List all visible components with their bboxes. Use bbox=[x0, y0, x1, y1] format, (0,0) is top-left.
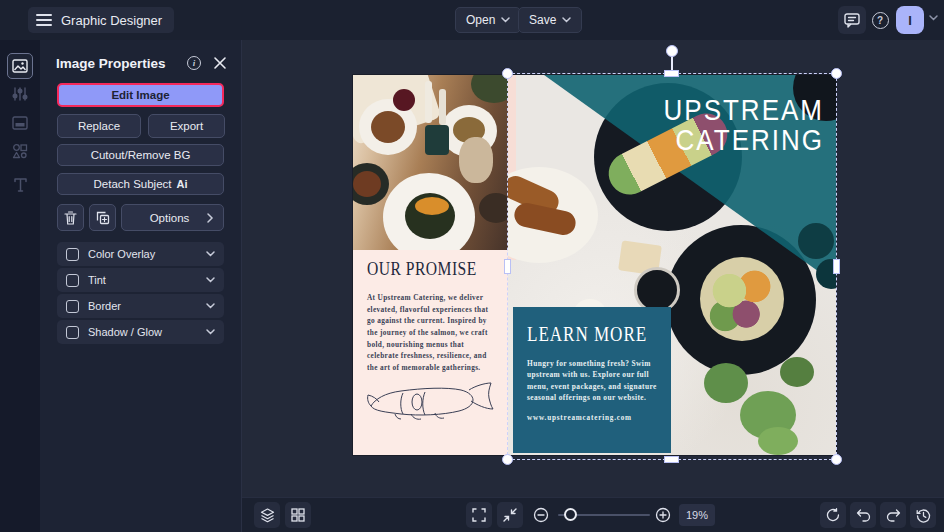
design-canvas[interactable]: OUR PROMISE At Upstream Catering, we del… bbox=[242, 40, 944, 497]
toggle-row-shadow-glow[interactable]: Shadow / Glow bbox=[57, 320, 224, 344]
promise-title: OUR PROMISE bbox=[367, 258, 485, 280]
chevron-down-icon[interactable] bbox=[206, 277, 215, 283]
edit-image-button[interactable]: Edit Image bbox=[57, 83, 224, 107]
handle-top-center[interactable] bbox=[664, 70, 679, 77]
website-url: www.upstreamcatering.com bbox=[527, 414, 659, 422]
chevron-down-icon[interactable] bbox=[206, 251, 215, 257]
handle-bottom-right[interactable] bbox=[831, 454, 842, 465]
learn-more-title: LEARN MORE bbox=[527, 323, 652, 347]
close-icon bbox=[214, 57, 226, 69]
handle-bottom-center[interactable] bbox=[664, 456, 679, 463]
tint-label: Tint bbox=[88, 274, 206, 286]
brand-title[interactable]: UPSTREAM CATERING bbox=[664, 95, 824, 156]
chevron-down-icon[interactable] bbox=[206, 329, 215, 335]
undo-button[interactable] bbox=[850, 502, 876, 528]
fullscreen-button[interactable] bbox=[466, 502, 492, 528]
zoom-slider-knob[interactable] bbox=[564, 508, 577, 521]
redo-button[interactable] bbox=[880, 502, 906, 528]
handle-bottom-left[interactable] bbox=[502, 454, 513, 465]
sidebar-item-shapes[interactable] bbox=[7, 138, 33, 164]
grid-icon bbox=[291, 508, 305, 522]
graphic-designer-app: Graphic Designer Open Save ? I bbox=[0, 0, 944, 532]
chevron-down-icon[interactable] bbox=[206, 303, 215, 309]
replace-label: Replace bbox=[78, 120, 120, 132]
shadow-glow-checkbox[interactable] bbox=[66, 326, 79, 339]
feedback-button[interactable] bbox=[838, 6, 866, 34]
delete-button[interactable] bbox=[57, 204, 84, 231]
options-button[interactable]: Options bbox=[121, 204, 224, 231]
edit-image-label: Edit Image bbox=[111, 89, 169, 101]
cutout-remove-bg-button[interactable]: Cutout/Remove BG bbox=[57, 144, 224, 166]
panel-header: Image Properties i bbox=[56, 54, 229, 72]
avatar[interactable]: I bbox=[896, 6, 924, 34]
learn-more-block[interactable]: LEARN MORE Hungry for something fresh? S… bbox=[513, 307, 671, 453]
border-checkbox[interactable] bbox=[66, 300, 79, 313]
redo-icon bbox=[886, 509, 901, 521]
flyer-artboard[interactable]: OUR PROMISE At Upstream Catering, we del… bbox=[353, 75, 836, 455]
history-button[interactable] bbox=[910, 502, 936, 528]
detach-subject-label: Detach Subject bbox=[94, 178, 172, 190]
help-button[interactable]: ? bbox=[866, 6, 894, 34]
handle-left-center[interactable] bbox=[504, 259, 511, 274]
fit-to-screen-button[interactable] bbox=[497, 502, 523, 528]
sidebar-item-text[interactable] bbox=[7, 171, 33, 197]
refresh-icon bbox=[826, 508, 840, 522]
info-icon: i bbox=[187, 56, 201, 70]
layers-icon bbox=[260, 508, 275, 523]
handle-right-center[interactable] bbox=[833, 259, 840, 274]
history-icon bbox=[916, 508, 931, 523]
rotate-handle[interactable] bbox=[666, 45, 678, 57]
zoom-level-value[interactable]: 19% bbox=[679, 504, 715, 526]
layout-icon bbox=[12, 116, 28, 130]
reset-button[interactable] bbox=[820, 502, 846, 528]
handle-top-left[interactable] bbox=[502, 68, 513, 79]
save-button[interactable]: Save bbox=[518, 7, 582, 33]
ai-badge: Ai bbox=[177, 178, 188, 190]
sidebar-item-adjustments[interactable] bbox=[7, 81, 33, 107]
handle-top-right[interactable] bbox=[831, 68, 842, 79]
detach-subject-button[interactable]: Detach Subject Ai bbox=[57, 173, 224, 195]
toggle-row-tint[interactable]: Tint bbox=[57, 268, 224, 292]
chevron-down-icon bbox=[562, 17, 571, 23]
image-properties-panel: Image Properties i Edit Image Replace Ex… bbox=[40, 40, 242, 532]
sidebar-item-image[interactable] bbox=[7, 53, 33, 79]
table-photo bbox=[353, 75, 508, 250]
zoom-out-button[interactable] bbox=[528, 502, 554, 528]
replace-button[interactable]: Replace bbox=[57, 114, 141, 138]
app-menu[interactable]: Graphic Designer bbox=[28, 7, 174, 33]
color-overlay-label: Color Overlay bbox=[88, 248, 206, 260]
account-chevron-down-icon[interactable] bbox=[929, 15, 938, 21]
brand-line-1: UPSTREAM bbox=[664, 95, 824, 125]
panel-close-button[interactable] bbox=[211, 54, 229, 72]
fullscreen-icon bbox=[472, 508, 486, 522]
duplicate-icon bbox=[96, 211, 110, 225]
zoom-in-button[interactable] bbox=[650, 502, 676, 528]
image-icon bbox=[12, 59, 28, 73]
hamburger-icon[interactable] bbox=[36, 14, 52, 26]
panel-info-button[interactable]: i bbox=[185, 54, 203, 72]
zoom-out-icon bbox=[533, 507, 549, 523]
sidebar-item-layout[interactable] bbox=[7, 110, 33, 136]
duplicate-button[interactable] bbox=[89, 204, 116, 231]
color-overlay-checkbox[interactable] bbox=[66, 248, 79, 261]
template-grid-button[interactable] bbox=[285, 502, 311, 528]
top-bar: Graphic Designer Open Save ? I bbox=[0, 0, 944, 40]
flyer-left-page[interactable]: OUR PROMISE At Upstream Catering, we del… bbox=[353, 75, 508, 455]
avatar-initial: I bbox=[908, 13, 912, 28]
shapes-icon bbox=[12, 143, 28, 159]
promise-block[interactable]: OUR PROMISE At Upstream Catering, we del… bbox=[367, 258, 495, 374]
chevron-right-icon bbox=[207, 213, 213, 223]
flyer-right-page[interactable]: UPSTREAM CATERING LEARN MORE Hungry for … bbox=[508, 75, 836, 455]
export-button[interactable]: Export bbox=[148, 114, 225, 138]
open-button[interactable]: Open bbox=[455, 7, 521, 33]
toggle-row-border[interactable]: Border bbox=[57, 294, 224, 318]
zoom-in-icon bbox=[655, 507, 671, 523]
layers-button[interactable] bbox=[254, 502, 280, 528]
help-icon: ? bbox=[872, 12, 889, 29]
toggle-row-color-overlay[interactable]: Color Overlay bbox=[57, 242, 224, 266]
comment-icon bbox=[844, 13, 860, 28]
tint-checkbox[interactable] bbox=[66, 274, 79, 287]
panel-title: Image Properties bbox=[56, 56, 177, 71]
options-label: Options bbox=[132, 212, 207, 224]
tool-rail bbox=[0, 40, 40, 532]
